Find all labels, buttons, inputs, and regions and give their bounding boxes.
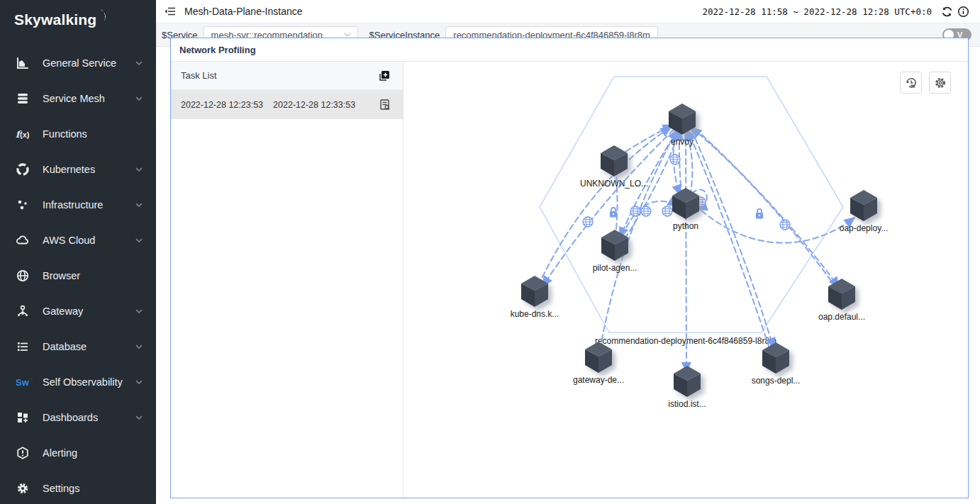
gear-icon <box>16 481 34 495</box>
layers-icon <box>16 91 34 106</box>
task-detail-icon[interactable] <box>377 99 393 111</box>
sidebar-item-infrastructure[interactable]: Infrastructure <box>0 187 156 223</box>
sidebar-item-label: Settings <box>43 483 145 494</box>
main-area: Mesh-Data-Plane-Instance 2022-12-28 11:5… <box>156 0 980 504</box>
http-globe-icon <box>670 155 680 164</box>
sidebar-item-label: Gateway <box>43 306 133 317</box>
graph-node-istiod-ist[interactable]: istiod.ist... <box>668 366 706 409</box>
task-history-button[interactable] <box>900 72 922 94</box>
globe-icon <box>16 269 34 283</box>
sidebar-item-label: Service Mesh <box>43 93 133 104</box>
graph-node-envoy[interactable]: envoy <box>669 103 696 147</box>
sidebar-item-self-observability[interactable]: Sw Self Observability <box>0 364 156 400</box>
info-icon[interactable] <box>955 6 971 18</box>
graph-node-label: python <box>673 221 698 231</box>
sidebar-item-dashboards[interactable]: Dashboards <box>0 400 156 435</box>
graph-node-oap-defaul[interactable]: oap.defaul... <box>818 279 865 322</box>
chevron-down-icon <box>133 235 145 246</box>
graph-node-label: songs-depl... <box>752 376 801 386</box>
skywalking-sw-icon: Sw <box>16 375 34 389</box>
graph-node-label: oap.defaul... <box>818 312 865 322</box>
chevron-down-icon <box>133 376 145 388</box>
cube-icon <box>585 342 612 373</box>
top-bar: Mesh-Data-Plane-Instance 2022-12-28 11:5… <box>156 0 980 23</box>
http-globe-icon <box>630 206 640 216</box>
task-row[interactable]: 2022-12-28 12:23:53 2022-12-28 12:33:53 <box>171 90 403 119</box>
task-list-title: Task List <box>181 70 376 81</box>
sidebar-item-label: Functions <box>43 128 145 140</box>
cube-icon <box>762 342 789 374</box>
sidebar-item-label: Infrastructure <box>43 199 133 211</box>
panel-header: Network Profiling <box>171 38 968 62</box>
sidebar-item-label: Kubernetes <box>43 164 133 175</box>
sidebar-item-label: Dashboards <box>43 412 133 423</box>
collapse-sidebar-icon[interactable] <box>162 5 179 18</box>
function-icon: f(x) <box>16 127 34 141</box>
chevron-down-icon <box>133 199 145 211</box>
sidebar-item-label: General Service <box>43 57 133 69</box>
panel-title: Network Profiling <box>179 45 256 55</box>
http-globe-icon <box>662 206 672 216</box>
sidebar-item-gateway[interactable]: Gateway <box>0 293 156 329</box>
logo-text: Skywalking <box>14 11 96 28</box>
sidebar: Skywalking General Service Service Mesh … <box>0 0 156 504</box>
sidebar-item-label: Self Observability <box>43 376 133 388</box>
sidebar-item-alerting[interactable]: Alerting <box>0 435 156 471</box>
svg-text:(x): (x) <box>20 130 30 139</box>
chevron-down-icon <box>133 341 145 352</box>
topology-svg: recommendation-deployment-6c4f846859-l8r… <box>403 62 968 497</box>
gateway-icon <box>16 304 34 318</box>
page-title: Mesh-Data-Plane-Instance <box>184 6 702 17</box>
graph-node-kube-dns-k[interactable]: kube-dns.k... <box>511 276 559 319</box>
cube-icon <box>828 279 855 310</box>
http-globe-icon <box>780 220 790 230</box>
grid-plus-icon <box>16 410 34 425</box>
kubernetes-icon <box>16 162 34 177</box>
graph-node-label: gateway-de... <box>573 375 624 385</box>
sidebar-item-service-mesh[interactable]: Service Mesh <box>0 81 156 116</box>
task-list: Task List 2022-12-28 12:23:53 2022-12-28… <box>171 62 403 498</box>
http-globe-icon <box>641 206 651 216</box>
graph-node-gateway-de[interactable]: gateway-de... <box>573 342 624 385</box>
skywalking-swoosh-icon <box>95 9 109 24</box>
sidebar-item-settings[interactable]: Settings <box>0 471 156 504</box>
network-profiling-panel: Network Profiling Task List 2022-12-28 1… <box>170 38 969 498</box>
time-range[interactable]: 2022-12-28 11:58 ~ 2022-12-28 12:28 UTC+… <box>702 6 932 17</box>
graph-node-songs-depl[interactable]: songs-depl... <box>752 342 801 386</box>
graph-node-pilot-agen[interactable]: pilot-agen... <box>593 230 637 273</box>
refresh-icon[interactable] <box>939 6 955 18</box>
http-globe-icon <box>583 217 593 227</box>
cube-icon <box>521 276 548 307</box>
sidebar-item-label: Alerting <box>43 447 145 459</box>
sidebar-item-database[interactable]: Database <box>0 329 156 364</box>
dots-icon <box>16 198 34 212</box>
cube-icon <box>601 230 628 261</box>
cube-icon <box>850 190 877 221</box>
topology-edges <box>538 125 854 372</box>
new-task-icon[interactable] <box>376 69 393 82</box>
chevron-down-icon <box>133 93 145 104</box>
cube-icon <box>601 145 628 177</box>
graph-node-python[interactable]: python <box>672 188 699 231</box>
sidebar-item-label: Database <box>43 341 133 352</box>
panel-body: Task List 2022-12-28 12:23:53 2022-12-28… <box>171 62 968 498</box>
graph-node-oap-deploy[interactable]: oap-deploy... <box>840 190 889 233</box>
sidebar-item-general-service[interactable]: General Service <box>0 45 156 81</box>
graph-settings-button[interactable] <box>929 72 951 94</box>
chevron-down-icon <box>133 306 145 317</box>
task-end-time: 2022-12-28 12:33:53 <box>273 100 355 110</box>
chevron-down-icon <box>133 164 145 175</box>
sidebar-item-browser[interactable]: Browser <box>0 258 156 293</box>
graph-node-label: istiod.ist... <box>668 399 706 409</box>
sidebar-item-label: AWS Cloud <box>43 235 133 246</box>
chart-icon <box>16 56 34 70</box>
tls-lock-icon <box>756 209 763 219</box>
skywalking-logo[interactable]: Skywalking <box>0 0 156 40</box>
alert-icon <box>16 446 34 460</box>
task-list-header: Task List <box>171 62 403 90</box>
sidebar-item-functions[interactable]: f(x) Functions <box>0 116 156 152</box>
sidebar-item-aws-cloud[interactable]: AWS Cloud <box>0 223 156 258</box>
graph-node-label: UNKNOWN_LO... <box>580 179 648 189</box>
graph-controls <box>900 72 951 94</box>
sidebar-item-kubernetes[interactable]: Kubernetes <box>0 152 156 187</box>
